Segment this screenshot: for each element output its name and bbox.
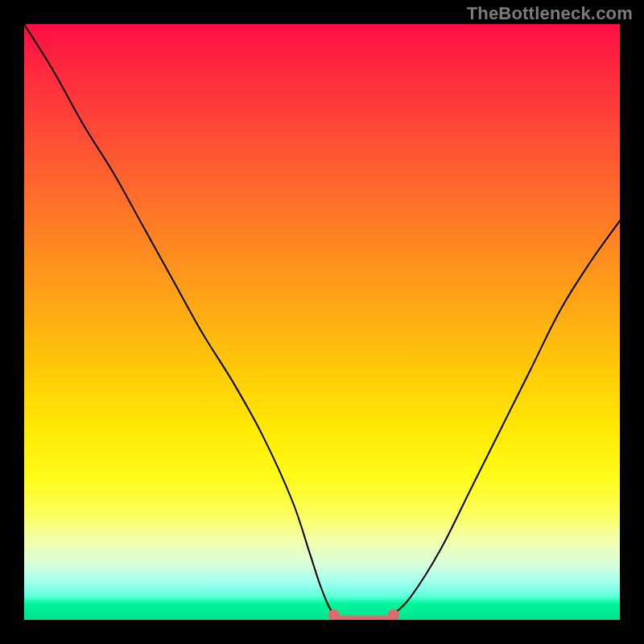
watermark-text: TheBottleneck.com (467, 3, 633, 24)
bottleneck-curve-svg (24, 24, 620, 620)
chart-frame: TheBottleneck.com (0, 0, 644, 644)
flat-segment-start-dot (328, 609, 340, 620)
bottleneck-curve-path (24, 24, 620, 620)
plot-area (24, 24, 620, 620)
